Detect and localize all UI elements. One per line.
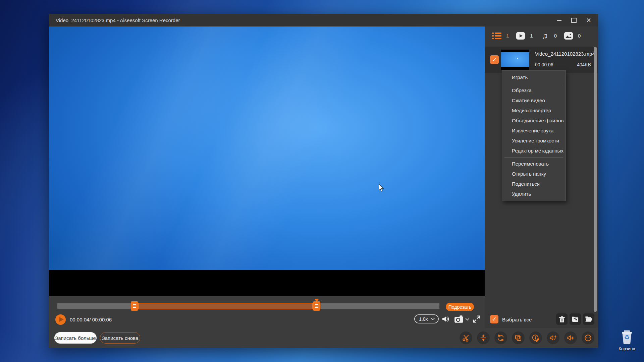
audio-sync-button[interactable]: [547, 331, 559, 344]
maximize-button[interactable]: [567, 14, 581, 26]
tab-count: 1: [506, 33, 509, 39]
sidebar-tabs: 11♫00: [485, 26, 598, 45]
tab-video[interactable]: 1: [516, 32, 533, 40]
time-display: 00:00:04/ 00:00:06: [70, 314, 112, 325]
folder-icon: [585, 316, 592, 322]
merge-icon: [514, 334, 522, 342]
volume-boost-icon: [567, 334, 575, 342]
fullscreen-button[interactable]: [472, 314, 481, 323]
snapshot-button[interactable]: [454, 315, 464, 323]
chevron-down-icon: [431, 317, 435, 320]
tab-count: 0: [554, 33, 557, 39]
titlebar: Video_241120102823.mp4 - Aiseesoft Scree…: [49, 14, 598, 26]
volume-boost-button[interactable]: [564, 331, 577, 344]
tab-count: 1: [530, 33, 533, 39]
trim-button[interactable]: Подрезать: [446, 303, 474, 311]
menu-item[interactable]: Извлечение звука: [502, 126, 566, 136]
list-icon: [492, 32, 501, 40]
record-again-button[interactable]: Записать снова: [100, 332, 140, 344]
menu-item[interactable]: Переименовать: [502, 159, 566, 169]
video-frame: [49, 26, 485, 270]
open-folder-button[interactable]: [583, 313, 594, 325]
select-all-row: ✓ Выбрать все: [485, 313, 598, 327]
select-all-checkbox[interactable]: ✓: [490, 315, 498, 323]
trim-selection[interactable]: [138, 303, 313, 309]
metadata-edit-button[interactable]: [529, 331, 542, 344]
scissors-button[interactable]: [460, 331, 472, 344]
menu-item[interactable]: Поделиться: [502, 179, 566, 189]
more-button[interactable]: [582, 331, 594, 344]
menu-separator: [504, 84, 563, 84]
item-filename: Video_241120102823.mp4: [535, 51, 595, 57]
chevron-down-icon: [465, 318, 470, 321]
select-all-label: Выбрать все: [502, 313, 532, 327]
item-filesize: 404KB: [577, 62, 591, 67]
recycle-bin-icon: ♻: [621, 329, 633, 345]
menu-item[interactable]: Открыть папку: [502, 169, 566, 179]
window-title: Video_241120102823.mp4 - Aiseesoft Scree…: [56, 14, 180, 26]
merge-button[interactable]: [512, 331, 525, 344]
scissors-icon: [462, 334, 470, 342]
bottom-toolbar: [460, 331, 594, 344]
delete-selected-button[interactable]: [556, 313, 568, 325]
audio-sync-icon: [549, 334, 557, 342]
volume-icon: [442, 315, 450, 323]
trash-icon: [558, 315, 566, 323]
recorded-cursor-icon: [378, 184, 384, 193]
speed-value: 1.0x: [419, 316, 428, 322]
rotate-button[interactable]: [494, 331, 507, 344]
context-menu: ИгратьОбрезкаСжатие видеоМедиаконвертерО…: [502, 70, 566, 201]
more-icon: [584, 334, 592, 342]
recycle-symbol-icon: ♻: [624, 334, 630, 341]
panel-scrollbar[interactable]: [594, 47, 597, 312]
metadata-edit-icon: [532, 334, 540, 342]
window-controls: ✕: [552, 14, 596, 26]
minimize-icon: [557, 20, 561, 21]
menu-item[interactable]: Удалить: [502, 189, 566, 199]
menu-item[interactable]: Обрезка: [502, 85, 566, 96]
recycle-bin-shortcut[interactable]: ♻ Корзина: [615, 329, 639, 351]
item-thumbnail[interactable]: [501, 50, 529, 70]
record-more-button[interactable]: Записать больше: [54, 332, 97, 344]
tab-image[interactable]: 0: [564, 32, 581, 40]
menu-item[interactable]: Сжатие видео: [502, 96, 566, 106]
compress-icon: [479, 334, 487, 342]
tab-list[interactable]: 1: [492, 32, 509, 40]
trim-handle-left[interactable]: [131, 301, 138, 311]
menu-item[interactable]: Объединение файлов: [502, 116, 566, 126]
menu-item[interactable]: Редактор метаданных: [502, 146, 566, 156]
menu-item[interactable]: Играть: [502, 72, 566, 82]
menu-item[interactable]: Медиаконвертер: [502, 106, 566, 116]
desktop: ♻ Корзина Video_241120102823.mp4 - Aisee…: [0, 0, 644, 362]
recycle-bin-label: Корзина: [615, 346, 639, 351]
export-icon: [572, 316, 579, 322]
tab-audio[interactable]: ♫0: [540, 32, 557, 40]
trim-timeline[interactable]: [57, 303, 439, 309]
close-icon: ✕: [586, 17, 591, 23]
item-checkbox[interactable]: ✓: [490, 55, 499, 64]
close-button[interactable]: ✕: [581, 14, 596, 26]
fullscreen-icon: [472, 315, 481, 323]
maximize-icon: [571, 18, 577, 23]
rotate-icon: [497, 334, 505, 342]
camera-icon: [454, 315, 464, 323]
speed-select[interactable]: 1.0x: [414, 314, 439, 323]
playhead-marker-icon[interactable]: [314, 299, 319, 302]
video-icon: [516, 32, 525, 40]
bottom-bar: Записать больше Записать снова: [49, 328, 598, 348]
compress-button[interactable]: [477, 331, 490, 344]
tab-count: 0: [578, 33, 581, 39]
item-duration: 00:00:06: [535, 62, 553, 67]
export-button[interactable]: [570, 313, 581, 325]
music-icon: ♫: [540, 32, 549, 40]
menu-item[interactable]: Усиление громкости: [502, 136, 566, 146]
recording-list-item[interactable]: ✓ Video_241120102823.mp4 00:00:06 404KB: [485, 47, 598, 73]
image-icon: [564, 32, 573, 40]
menu-separator: [504, 157, 563, 158]
play-button[interactable]: [55, 314, 66, 325]
snapshot-dropdown-button[interactable]: [465, 317, 470, 321]
volume-button[interactable]: [441, 315, 451, 323]
minimize-button[interactable]: [552, 14, 567, 26]
trim-handle-right[interactable]: [313, 301, 320, 311]
